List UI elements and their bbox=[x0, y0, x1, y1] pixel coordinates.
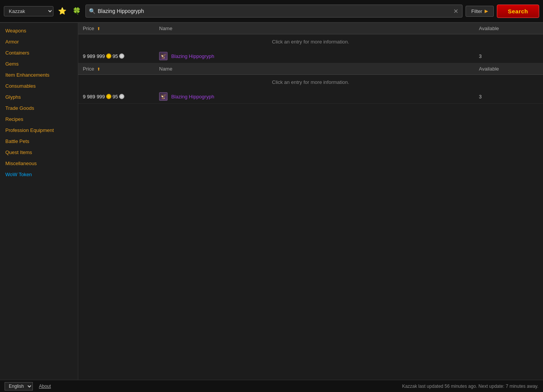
search-input[interactable] bbox=[98, 8, 453, 14]
name-cell-2: Blazing Hippogryph bbox=[155, 90, 474, 104]
info-row-1: Click an entry for more information. bbox=[78, 34, 543, 50]
table-row[interactable]: 9 989 999 95 Blazing Hippogryph 3 bbox=[78, 90, 543, 104]
sort-icon-2: ⬆ bbox=[97, 67, 100, 71]
sidebar-item-quest-items[interactable]: Quest Items bbox=[0, 147, 78, 158]
price-cell-2: 9 989 999 95 bbox=[78, 90, 155, 104]
table-row[interactable]: 9 989 999 95 Blazing Hippogryph 3 bbox=[78, 49, 543, 63]
sidebar: Weapons Armor Containers Gems Item Enhan… bbox=[0, 23, 78, 380]
sort-icon-1: ⬆ bbox=[97, 26, 100, 31]
sidebar-item-wow-token[interactable]: WoW Token bbox=[0, 169, 78, 180]
sidebar-item-gems[interactable]: Gems bbox=[0, 58, 78, 69]
footer-left: English About bbox=[5, 382, 51, 390]
price-silver-text-2: 95 bbox=[113, 94, 118, 100]
col-available-2: Available bbox=[474, 63, 543, 75]
price-value-2: 9 989 999 95 bbox=[83, 94, 150, 100]
filter-button[interactable]: Filter ▶ bbox=[466, 6, 494, 17]
topbar: Kazzak ⭐ 🍀 🔍 ✕ Filter ▶ Search bbox=[0, 0, 543, 23]
name-cell-1: Blazing Hippogryph bbox=[155, 49, 474, 63]
results-section-1: Price ⬆ Name Available Click an entry fo… bbox=[78, 23, 543, 63]
sidebar-item-profession-equipment[interactable]: Profession Equipment bbox=[0, 125, 78, 136]
results-table-1: Price ⬆ Name Available Click an entry fo… bbox=[78, 23, 543, 63]
item-name-2: Blazing Hippogryph bbox=[171, 94, 214, 100]
sidebar-item-consumables[interactable]: Consumables bbox=[0, 80, 78, 92]
sidebar-item-miscellaneous[interactable]: Miscellaneous bbox=[0, 158, 78, 169]
search-icon: 🔍 bbox=[89, 8, 95, 14]
realm-selector[interactable]: Kazzak bbox=[4, 6, 53, 16]
sidebar-item-weapons[interactable]: Weapons bbox=[0, 25, 78, 36]
gold-coin-icon-1 bbox=[106, 53, 111, 59]
filter-arrow-icon: ▶ bbox=[485, 8, 488, 14]
footer: English About Kazzak last updated 56 min… bbox=[0, 380, 543, 392]
price-cell-1: 9 989 999 95 bbox=[78, 49, 155, 63]
col-price-1: Price ⬆ bbox=[78, 23, 155, 34]
clear-search-button[interactable]: ✕ bbox=[453, 8, 459, 15]
content-area: Price ⬆ Name Available Click an entry fo… bbox=[78, 23, 543, 380]
col-price-2: Price ⬆ bbox=[78, 63, 155, 75]
col-name-2: Name bbox=[155, 63, 474, 75]
price-gold-text-2: 9 989 999 bbox=[83, 94, 105, 100]
sidebar-item-trade-goods[interactable]: Trade Goods bbox=[0, 103, 78, 114]
item-name-1: Blazing Hippogryph bbox=[171, 53, 214, 59]
sidebar-item-armor[interactable]: Armor bbox=[0, 36, 78, 47]
results-table-2: Price ⬆ Name Available Click an entry fo… bbox=[78, 63, 543, 104]
filter-label: Filter bbox=[471, 8, 482, 14]
sidebar-item-glyphs[interactable]: Glyphs bbox=[0, 92, 78, 103]
results-section-2: Price ⬆ Name Available Click an entry fo… bbox=[78, 63, 543, 104]
silver-coin-icon-2 bbox=[119, 94, 124, 99]
shamrock-button[interactable]: 🍀 bbox=[71, 6, 82, 16]
search-wrapper: 🔍 ✕ bbox=[85, 5, 462, 18]
available-cell-2: 3 bbox=[474, 90, 543, 104]
favorites-button[interactable]: ⭐ bbox=[56, 6, 68, 16]
info-text-1: Click an entry for more information. bbox=[272, 39, 349, 45]
language-selector[interactable]: English bbox=[5, 382, 33, 390]
sidebar-item-battle-pets[interactable]: Battle Pets bbox=[0, 136, 78, 147]
col-available-1: Available bbox=[474, 23, 543, 34]
about-link[interactable]: About bbox=[39, 384, 51, 389]
price-value-1: 9 989 999 95 bbox=[83, 53, 150, 59]
main-layout: Weapons Armor Containers Gems Item Enhan… bbox=[0, 23, 543, 380]
col-name-1: Name bbox=[155, 23, 474, 34]
gold-coin-icon-2 bbox=[106, 94, 111, 99]
info-row-2: Click an entry for more information. bbox=[78, 75, 543, 90]
search-button[interactable]: Search bbox=[497, 5, 539, 18]
silver-coin-icon-1 bbox=[119, 53, 124, 59]
price-gold-text-1: 9 989 999 bbox=[83, 53, 105, 59]
sidebar-item-recipes[interactable]: Recipes bbox=[0, 114, 78, 125]
sidebar-item-item-enhancements[interactable]: Item Enhancements bbox=[0, 69, 78, 80]
status-text: Kazzak last updated 56 minutes ago. Next… bbox=[402, 384, 538, 389]
sidebar-item-containers[interactable]: Containers bbox=[0, 47, 78, 58]
item-icon-2 bbox=[159, 92, 168, 101]
price-silver-text-1: 95 bbox=[113, 53, 118, 59]
available-cell-1: 3 bbox=[474, 49, 543, 63]
info-text-2: Click an entry for more information. bbox=[272, 79, 349, 85]
item-icon-1 bbox=[159, 52, 168, 60]
